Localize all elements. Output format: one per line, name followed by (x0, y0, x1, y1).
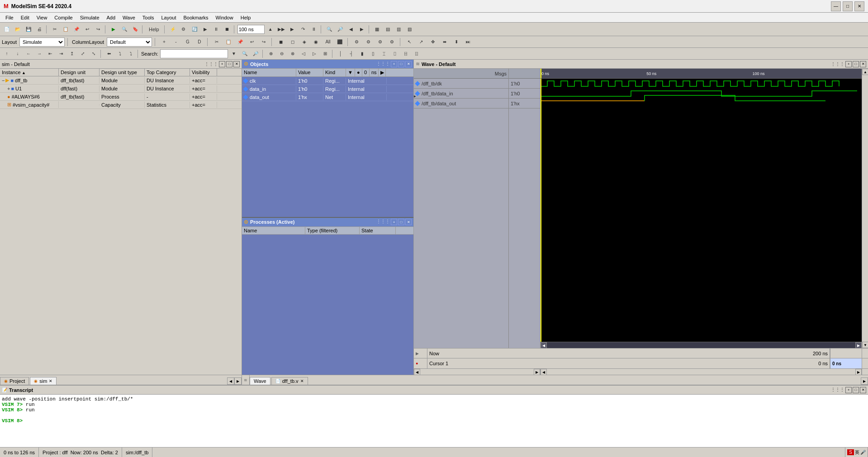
tb-select[interactable]: ↖ (404, 37, 414, 47)
tb-stretch[interactable]: ⬍ (451, 37, 461, 47)
obj-col-0[interactable]: 0 (362, 69, 370, 76)
wave-sig-data_in[interactable]: /dff_tb/data_in (414, 89, 508, 99)
tb-wave-tool5[interactable]: All (323, 37, 333, 47)
sim-row-u1[interactable]: + ■ U1 dff(fast) Module DU Instance +acc… (0, 85, 242, 93)
tb-sim1[interactable]: ⚡ (168, 24, 178, 34)
tb-search-go2[interactable]: 🔎 (251, 49, 261, 59)
tb-indent-right[interactable]: → (34, 49, 44, 59)
tb-layout2[interactable]: ▤ (383, 24, 393, 34)
proc-col-state[interactable]: State (360, 227, 396, 234)
wave-vscroll-down[interactable]: ▼ (862, 342, 868, 348)
objects-resize[interactable]: ⋮⋮⋮ (376, 61, 390, 67)
sim-col-visibility[interactable]: Visibility (190, 69, 217, 76)
sim-add-btn[interactable]: + (219, 61, 225, 67)
tb-s1[interactable]: ⬅ (104, 49, 114, 59)
maximize-button[interactable]: □ (843, 1, 853, 11)
col-layout-select[interactable]: Default (107, 38, 152, 47)
status-mic-icon[interactable]: 🎤 (860, 450, 866, 455)
tb-wave-settings2[interactable]: ⚙ (364, 37, 374, 47)
tb-sim2[interactable]: ⚙ (179, 24, 189, 34)
wave-scroll-right[interactable]: ▶ (855, 342, 862, 348)
tab-sim[interactable]: ◉ sim ✕ (30, 377, 57, 385)
tb-run-step[interactable]: ↷ (298, 24, 308, 34)
tb-zoom-full[interactable]: ⊗ (288, 49, 298, 59)
tb-wave-tool6[interactable]: ⬛ (335, 37, 345, 47)
tb-marker2[interactable]: ┤ (346, 49, 356, 59)
menu-simulate[interactable]: Simulate (76, 14, 103, 21)
menu-window[interactable]: Window (212, 14, 237, 21)
tb-zoom-prev[interactable]: ◁ (299, 49, 308, 59)
layout-select[interactable]: Simulate (19, 38, 65, 47)
tb-marker6[interactable]: ⌷ (390, 49, 400, 59)
transcript-resize[interactable]: ⋮⋮⋮ (831, 387, 844, 393)
menu-compile[interactable]: Compile (51, 14, 76, 21)
tb-layout1[interactable]: ▦ (372, 24, 382, 34)
sim-col-instance[interactable]: Instance (0, 69, 59, 76)
wave-bscroll-track2[interactable] (547, 369, 855, 375)
tb-wave-right[interactable]: ▶ (357, 24, 367, 34)
sim-col-top-cat[interactable]: Top Category (145, 69, 190, 76)
wave-scroll-left[interactable]: ◀ (541, 342, 547, 348)
wave-sig-dk[interactable]: /dff_tb/dk (414, 79, 508, 89)
wave-bscroll-right2[interactable]: ▶ (855, 369, 862, 375)
sim-row-always6[interactable]: ● #ALWAYS#6 dff_tb(fast) Process - +acc= (0, 93, 242, 101)
tb-wave-copy[interactable]: 📋 (223, 37, 233, 47)
wave-bscroll-track1[interactable] (420, 369, 534, 375)
tab-project[interactable]: ◉ Project (0, 377, 29, 385)
wave-hscroll[interactable]: ◀ ▶ (541, 342, 862, 348)
transcript-close[interactable]: ✕ (860, 387, 866, 393)
tb-marker5[interactable]: ⌶ (379, 49, 389, 59)
tb-new[interactable]: 📄 (2, 24, 12, 34)
sim-col-design-unit[interactable]: Design unit (59, 69, 100, 76)
tb-marker7[interactable]: ⌸ (401, 49, 411, 59)
tab-dff_tb_v-close[interactable]: ✕ (300, 379, 304, 383)
wave-sig-data_out[interactable]: /dff_tb/data_out (414, 99, 508, 108)
tb-a2[interactable]: ⤢ (78, 49, 88, 59)
tb-zoom-in[interactable]: ⊕ (266, 49, 276, 59)
close-button[interactable]: ✕ (854, 1, 864, 11)
status-eng-icon[interactable]: 英 (855, 449, 859, 456)
tb-wave-left[interactable]: ◀ (346, 24, 356, 34)
tb-wave-div[interactable]: D (194, 37, 204, 47)
tb-wave-grp[interactable]: G (183, 37, 193, 47)
tb-copy[interactable]: 📋 (61, 24, 71, 34)
tb-zoom-out[interactable]: ⊖ (277, 49, 287, 59)
menu-wave[interactable]: Wave (119, 14, 139, 21)
tb-prev-down[interactable]: ↓ (13, 49, 23, 59)
tb-cut[interactable]: ✂ (50, 24, 60, 34)
tb-time-up[interactable]: ▲ (266, 24, 275, 34)
obj-col-filter[interactable]: ▼ (346, 69, 355, 76)
wave-bottom-scroll[interactable]: ◀ ▶ ◀ ▶ (414, 368, 868, 375)
obj-col-name[interactable]: Name (242, 69, 296, 76)
wave-bscroll-right1[interactable]: ▶ (534, 369, 540, 375)
tb-insert[interactable]: ↗ (416, 37, 426, 47)
tab-wave[interactable]: Wave (250, 377, 270, 385)
obj-row-clk[interactable]: clk 1'h0 Regi... Internal (242, 77, 413, 85)
wave-vscroll-up[interactable]: ▲ (862, 69, 868, 75)
obj-row-data_out[interactable]: data_out 1'hx Net Internal (242, 93, 413, 101)
sim-resize-handle[interactable]: ⋮⋮⋮ (204, 61, 218, 66)
tb-step-r[interactable]: ⇥ (56, 49, 66, 59)
wave-scroll-track[interactable] (547, 342, 855, 348)
menu-layout[interactable]: Layout (158, 14, 180, 21)
tb-sim3[interactable]: 🔄 (190, 24, 199, 34)
tb-wave-zoom-out[interactable]: 🔎 (335, 24, 345, 34)
menu-help[interactable]: Help (237, 14, 255, 21)
tabs-scroll-right[interactable]: ▶ (234, 377, 242, 385)
wave-resize[interactable]: ⋮⋮⋮ (831, 61, 844, 66)
tb-paste[interactable]: 📌 (71, 24, 81, 34)
tb-wave-redo[interactable]: ↪ (259, 37, 269, 47)
tb-indent-left[interactable]: ← (24, 49, 33, 59)
tb-help[interactable]: Help (146, 24, 162, 34)
tb-bookmark[interactable]: 🔖 (130, 24, 140, 34)
tb-marker8[interactable]: ⌹ (412, 49, 422, 59)
obj-row-data_in[interactable]: data_in 1'h0 Regi... Internal (242, 85, 413, 93)
tb-search[interactable]: 🔍 (119, 24, 129, 34)
processes-max[interactable]: □ (398, 219, 404, 225)
tb-wave-add[interactable]: + (159, 37, 169, 47)
sim-row-capacity[interactable]: ⊞ #vsim_capacity# Capacity Statistics +a… (0, 101, 242, 109)
search-input[interactable] (160, 49, 228, 58)
tabs-scroll-left[interactable]: ◀ (227, 377, 234, 385)
tb-align[interactable]: ⬌ (440, 37, 450, 47)
tb-save[interactable]: 💾 (24, 24, 33, 34)
